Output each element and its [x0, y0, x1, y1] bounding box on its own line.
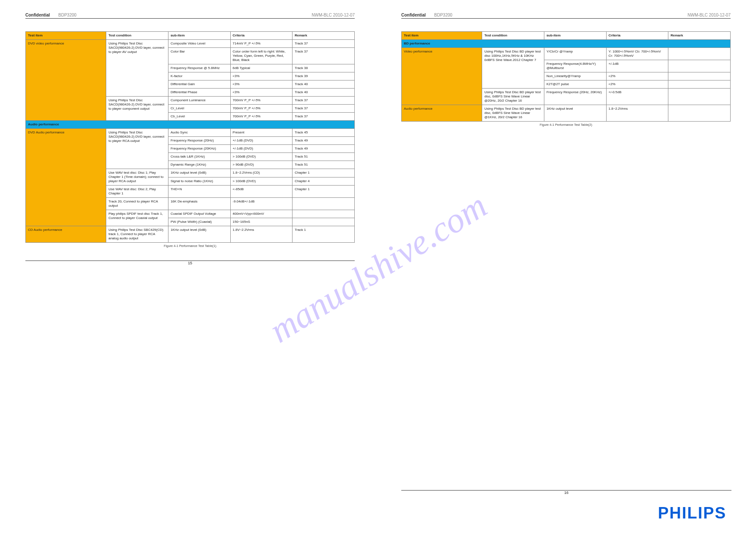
th: sub-item — [168, 32, 230, 40]
cell: -9.04dB+/-1dB — [230, 198, 292, 210]
cell: Track 37 — [292, 97, 355, 105]
header-footer-left: NWM-BLC 2010-12-07 — [312, 13, 355, 17]
th: Test condition — [106, 32, 168, 40]
cell: Using Philips Test Disc SACD(980426-2) D… — [106, 97, 168, 121]
page-number-left: 15 — [25, 261, 355, 265]
cell: 1.8~2.2Vrms (CD) — [230, 169, 292, 177]
cell: +/-0.5dB — [606, 89, 668, 105]
cell: +/-1dB (DVD) — [230, 137, 292, 145]
cell — [668, 105, 731, 122]
cell: Chapter 4 — [292, 177, 355, 186]
cell — [668, 48, 731, 60]
cell: <2% — [606, 80, 668, 89]
cell: Using Philips Test Disc SACD(980426-2) D… — [106, 129, 168, 169]
cell: Track 39 — [292, 72, 355, 80]
cell: BD performance — [402, 40, 731, 48]
cell — [668, 89, 731, 105]
cell: Using Philips Test Disc BD player test d… — [482, 89, 544, 105]
cell: Track 20, Connect to player RCA output — [106, 198, 168, 210]
th: Remark — [292, 32, 355, 40]
cell — [292, 198, 355, 210]
cell: Y/Cb/Cr @Yramp — [544, 48, 606, 60]
th: Criteria — [606, 32, 668, 40]
cell: 6dB Typical — [230, 64, 292, 72]
table-row: DVD video performanceUsing Philips Test … — [26, 40, 355, 48]
cell: DVD video performance — [26, 40, 106, 121]
columns: Confidential BDP3200 NWM-BLC 2010-12-07 … — [25, 13, 731, 265]
cell: Cross-talk L&R (1KHz) — [168, 153, 230, 161]
cell: Cr_Level — [168, 105, 230, 113]
cell: 400mV<Vpp<600mV — [230, 210, 292, 218]
th: Test item — [26, 32, 106, 40]
cell — [292, 218, 355, 226]
cell: 150~165nS — [230, 218, 292, 226]
cell: 1.8V~2.2Vrms — [230, 226, 292, 243]
cell: <-85dB — [230, 186, 292, 198]
cell: Track 49 — [292, 137, 355, 145]
page-container: Confidential BDP3200 NWM-BLC 2010-12-07 … — [0, 0, 756, 535]
cell: <3% — [230, 80, 292, 89]
th: sub-item — [544, 32, 606, 40]
cell: Component Luminance — [168, 97, 230, 105]
cell: Non_Linearity@Yramp — [544, 72, 606, 80]
page-number-right: 16 — [401, 491, 731, 495]
cell: <3% — [230, 89, 292, 97]
cell: Signal to noise Ratio (1KHz) — [168, 177, 230, 186]
cell: K-factor — [168, 72, 230, 80]
cell: Y: 1000+/-5%mV Cb: 700+/-5%mV Cr: 700+/-… — [606, 48, 668, 60]
table-row: Video performanceUsing Philips Test Disc… — [402, 48, 731, 60]
section-divider: BD performance — [402, 40, 731, 48]
header-footer-right: NWM-BLC 2010-12-07 — [687, 13, 731, 17]
cell: Track 49 — [292, 145, 355, 153]
cell: Track 1 — [292, 226, 355, 243]
cell: Track 45 — [292, 129, 355, 137]
header-company: Confidential — [401, 13, 426, 17]
cell: 714mV P_P +/-5% — [230, 40, 292, 48]
figure-caption: Figure 4-1 Performance Test Table(2) — [401, 122, 731, 127]
cell: Differential Phase — [168, 89, 230, 97]
table-row: Audio performanceUsing Philips Test Disc… — [402, 105, 731, 122]
cell: Chapter 1 — [292, 186, 355, 198]
cell: <3% — [230, 72, 292, 80]
cell: Video performance — [402, 48, 482, 105]
th: Test item — [402, 32, 482, 40]
table-row: DVD Audio performanceUsing Philips Test … — [26, 129, 355, 137]
header-model: BDP3200 — [434, 13, 452, 17]
cell: Cb_Level — [168, 113, 230, 121]
header-model: BDP3200 — [58, 13, 77, 17]
cell: Frequency Response @ 5.8MHz — [168, 64, 230, 72]
cell — [668, 72, 731, 80]
cell: Using Philips Test Disc SBC429(CD) track… — [106, 226, 168, 243]
cell: Color order form left to right: White, Y… — [230, 48, 292, 64]
cell: 1KHz output level (0dB) — [168, 169, 230, 177]
table-row: CD Audio performanceUsing Philips Test D… — [26, 226, 355, 243]
cell: Use WAV test disc: Disc 1; Play Chapter … — [106, 169, 168, 186]
cell: Play philips SPDIF test disc Track 1, Co… — [106, 210, 168, 226]
left-table: Test item Test condition sub-item Criter… — [25, 31, 355, 243]
cell: Use WAV test disc: Disc 2, Play Chapter … — [106, 186, 168, 198]
table-header-row: Test item Test condition sub-item Criter… — [402, 32, 731, 40]
cell: +/-1dB (DVD) — [230, 145, 292, 153]
th: Criteria — [230, 32, 292, 40]
cell: 700mV P_P +/-5% — [230, 97, 292, 105]
cell: Track 37 — [292, 105, 355, 113]
header-row-left: Confidential BDP3200 NWM-BLC 2010-12-07 — [25, 13, 355, 19]
cell: 16K De-emphasis — [168, 198, 230, 210]
left-column: Confidential BDP3200 NWM-BLC 2010-12-07 … — [25, 13, 355, 265]
cell: Track 38 — [292, 64, 355, 72]
cell: PW (Pulse Width) (Coaxial) — [168, 218, 230, 226]
cell: Frequency Response(4.8MHz/Y) @Multburst — [544, 60, 606, 72]
cell: 1KHz output level — [544, 105, 606, 122]
cell: Track 37 — [292, 113, 355, 121]
cell: Track 51 — [292, 161, 355, 169]
philips-logo: PHILIPS — [658, 504, 726, 522]
cell — [668, 80, 731, 89]
cell: Coaxial SPDIF Output Voltage — [168, 210, 230, 218]
cell: > 100dB (DVD) — [230, 177, 292, 186]
cell: > 90dB (DVD) — [230, 161, 292, 169]
cell: 700mV P_P +/-5% — [230, 113, 292, 121]
header-company: Confidential — [25, 13, 50, 17]
cell: Audio Sync — [168, 129, 230, 137]
cell — [668, 60, 731, 72]
cell: THD+N — [168, 186, 230, 198]
